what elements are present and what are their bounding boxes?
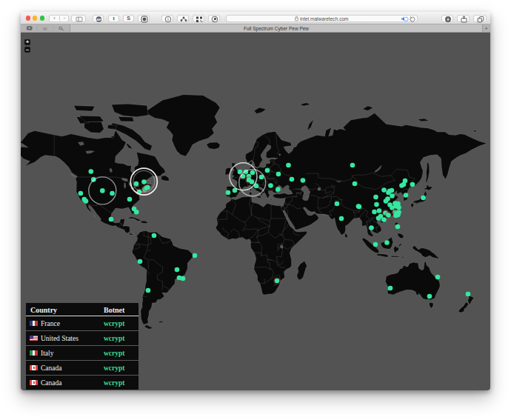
svg-text:i: i <box>167 16 169 21</box>
svg-text:ABP: ABP <box>96 18 102 21</box>
svg-text:30: 30 <box>42 26 47 31</box>
svg-text:intel.malwaretech.com: intel.malwaretech.com <box>300 16 349 21</box>
